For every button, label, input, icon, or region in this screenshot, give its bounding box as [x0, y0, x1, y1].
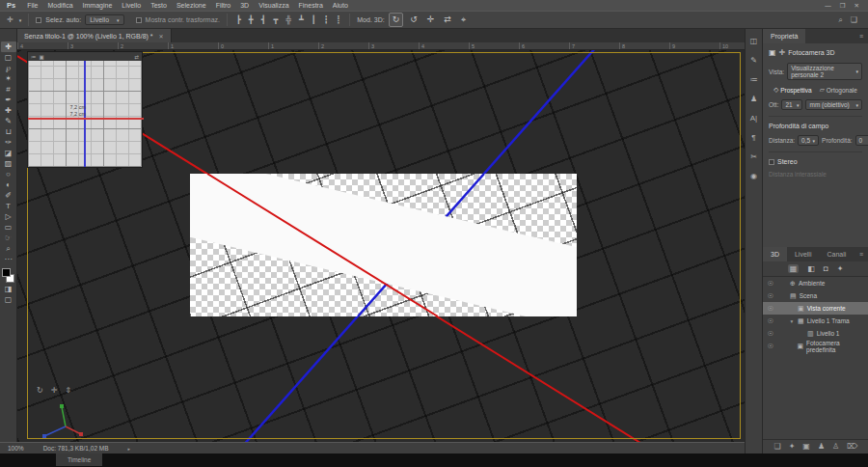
add-material-icon[interactable]: ♟ — [818, 442, 825, 451]
lasso-tool[interactable]: ℘ — [1, 63, 16, 73]
menu-item[interactable]: Filtro — [211, 0, 236, 11]
scene-item[interactable]: ☉ ▣ Fotocamera predefinita — [763, 340, 868, 352]
close-tab-icon[interactable]: ✕ — [159, 33, 164, 40]
foreground-color-swatch[interactable] — [2, 268, 11, 277]
scale-3d-icon[interactable]: ⌖ — [458, 14, 469, 26]
vista-dropdown[interactable]: Visualizzazione personale 2 ▾ — [787, 63, 862, 80]
quick-selection-tool[interactable]: ✶ — [1, 73, 16, 84]
auto-select-dropdown[interactable]: Livello ▾ — [85, 14, 123, 25]
adjustments-panel-icon[interactable]: ≔ — [750, 75, 758, 84]
align-right-icon[interactable]: ┫ — [259, 14, 268, 26]
overlay-swap-icon[interactable]: ⇄ — [134, 54, 139, 60]
close-button[interactable]: ✕ — [854, 2, 859, 10]
scene-item[interactable]: ☉ ▾ ▦ Livello 1 Trama — [763, 315, 868, 327]
panel-tab[interactable]: 3D — [763, 247, 787, 261]
slide-3d-icon[interactable]: ⇄ — [441, 14, 454, 26]
menu-item[interactable]: Finestra — [294, 0, 328, 11]
menu-item[interactable]: 3D — [235, 0, 254, 11]
crop-tool[interactable]: # — [1, 84, 16, 95]
secondary-view-overlay[interactable]: ≔ ▣ ⇄ 7,2 cm 7,2 cm — [27, 51, 143, 168]
timeline-panel-tab[interactable]: Timeline — [56, 453, 102, 466]
visibility-eye-icon[interactable]: ☉ — [767, 343, 774, 350]
expand-chevron-icon[interactable]: ▾ — [789, 318, 795, 324]
paragraph-panel-icon[interactable]: ¶ — [751, 133, 755, 142]
pen-tool[interactable]: ✐ — [1, 190, 16, 201]
dodge-tool[interactable]: ◐ — [1, 179, 16, 190]
roll-3d-icon[interactable]: ↺ — [407, 14, 420, 26]
document-tab[interactable]: Senza titolo-1 @ 100% (Livello 1, RGB/8)… — [17, 29, 172, 42]
character-panel-icon[interactable]: A| — [750, 114, 757, 123]
history-brush-tool[interactable]: ✑ — [1, 137, 16, 148]
orbit-camera-icon[interactable]: ↻ — [37, 386, 43, 395]
new-light-icon[interactable]: ✦ — [789, 442, 796, 451]
scene-item[interactable]: ☉ ⊕ Ambiente — [763, 277, 868, 289]
color-swatches[interactable] — [1, 268, 15, 284]
filter-scene-icon[interactable]: ▦ — [788, 264, 800, 273]
menu-item[interactable]: Visualizza — [254, 0, 293, 11]
menu-item[interactable]: Immagine — [78, 0, 118, 11]
align-bottom-icon[interactable]: ┻ — [297, 14, 306, 26]
depth-dropdown[interactable]: 0 ▾ — [855, 135, 868, 146]
visibility-eye-icon[interactable]: ☉ — [767, 280, 774, 288]
visibility-eye-icon[interactable]: ☉ — [767, 292, 774, 300]
3d-axis-widget[interactable] — [37, 399, 87, 442]
pan-camera-icon[interactable]: ✛ — [51, 386, 58, 395]
brush-tool[interactable]: ✎ — [1, 116, 16, 126]
orthographic-option[interactable]: ▱ Ortogonale — [820, 86, 857, 94]
menu-item[interactable]: Selezione — [172, 0, 211, 11]
brush-panel-icon[interactable]: ✎ — [750, 56, 757, 65]
fov-unit-dropdown[interactable]: mm (obiettivo) ▾ — [805, 99, 862, 110]
workspace-icon[interactable]: ❏ — [851, 15, 857, 25]
eraser-tool[interactable]: ◪ — [1, 148, 16, 158]
status-popup-arrow[interactable]: ▸ — [128, 446, 131, 452]
blur-tool[interactable]: ○ — [1, 169, 16, 179]
add-constraint-icon[interactable]: ♙ — [832, 442, 839, 451]
move-tool[interactable]: ✛ — [1, 41, 16, 52]
align-top-icon[interactable]: ┳ — [271, 14, 280, 26]
shape-tool[interactable]: ▭ — [1, 222, 16, 233]
info-panel-icon[interactable]: ◫ — [750, 37, 758, 45]
path-selection-tool[interactable]: ▷ — [1, 211, 16, 222]
fov-value-dropdown[interactable]: 21 ▾ — [781, 99, 802, 110]
zoom-tool[interactable]: ⌕ — [1, 243, 16, 254]
tool-presets-panel-icon[interactable]: ✂ — [750, 152, 757, 161]
distribute-center-icon[interactable]: ┇ — [322, 14, 331, 26]
auto-select-checkbox[interactable] — [36, 17, 41, 23]
drag-3d-icon[interactable]: ✛ — [424, 14, 438, 26]
perspective-option[interactable]: ◇ Prospettiva — [773, 86, 812, 94]
restore-button[interactable]: ❐ — [840, 2, 846, 10]
tab-properties[interactable]: Proprietà — [763, 29, 805, 43]
clone-stamp-tool[interactable]: ⊔ — [1, 126, 16, 137]
eyedropper-tool[interactable]: ✒ — [1, 95, 16, 105]
distribute-left-icon[interactable]: ┃ — [310, 14, 318, 26]
screen-mode-icon[interactable]: ▢ — [1, 294, 16, 305]
marquee-tool[interactable]: ▢ — [1, 52, 16, 63]
scene-item[interactable]: ☉ ▣ Vista corrente — [763, 302, 868, 315]
panel-tab[interactable]: Canali — [819, 247, 854, 261]
gradient-tool[interactable]: ▨ — [1, 158, 16, 169]
menu-item[interactable]: Aiuto — [328, 0, 353, 11]
align-middle-icon[interactable]: ╬ — [284, 14, 293, 26]
styles-panel-icon[interactable]: ◉ — [750, 172, 757, 180]
tool-preset-caret-icon[interactable]: ▾ — [19, 17, 22, 23]
filter-materials-icon[interactable]: ◘ — [824, 264, 828, 273]
menu-item[interactable]: Modifica — [42, 0, 77, 11]
distance-dropdown[interactable]: 0,5 ▾ — [798, 135, 819, 146]
clone-source-panel-icon[interactable]: ♟ — [750, 95, 757, 103]
scene-item[interactable]: ☉ ▤ Scena — [763, 289, 868, 302]
healing-brush-tool[interactable]: ✚ — [1, 105, 16, 116]
visibility-eye-icon[interactable]: ☉ — [767, 317, 774, 325]
hand-tool[interactable]: ☞ — [1, 233, 16, 243]
overlay-camera-icon[interactable]: ▣ — [40, 54, 44, 60]
dolly-camera-icon[interactable]: ⇕ — [65, 386, 71, 395]
align-center-h-icon[interactable]: ╋ — [247, 14, 256, 26]
stereo-checkbox[interactable] — [769, 159, 774, 165]
search-icon[interactable]: ⌕ — [838, 15, 842, 25]
filter-lights-icon[interactable]: ✦ — [837, 264, 844, 273]
overlay-top-view[interactable]: 7,2 cm 7,2 cm — [28, 61, 142, 167]
filter-meshes-icon[interactable]: ◧ — [807, 264, 815, 273]
delete-icon[interactable]: ⌦ — [847, 442, 857, 451]
menu-item[interactable]: File — [22, 0, 42, 11]
menu-item[interactable]: Testo — [146, 0, 172, 11]
quick-mask-icon[interactable]: ◨ — [1, 284, 16, 294]
